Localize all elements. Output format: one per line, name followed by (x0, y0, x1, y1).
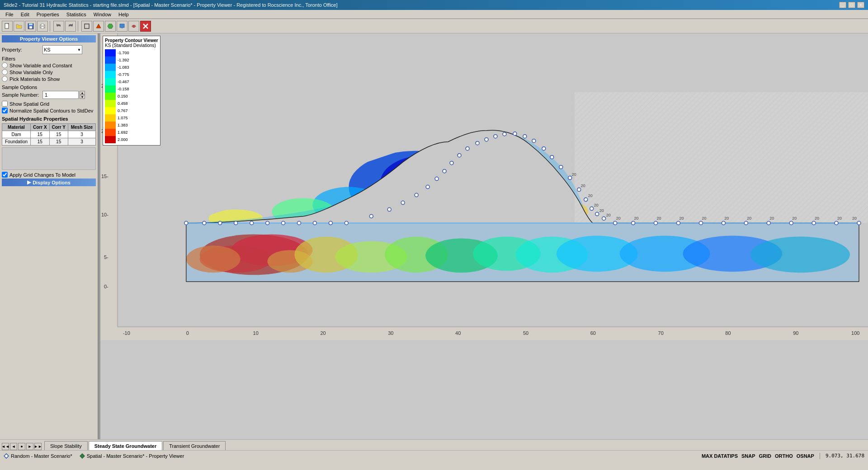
titlebar: Slide2 - Tutorial 31 Hydraulic Statistic… (0, 0, 868, 10)
svg-point-71 (266, 221, 269, 225)
svg-point-115 (676, 221, 680, 225)
sample-number-input[interactable] (42, 91, 79, 99)
toolbar-btn-5[interactable] (128, 21, 139, 32)
legend-value: 1.692 (118, 130, 136, 135)
toolbar-btn-6[interactable] (140, 21, 151, 32)
legend-value: 0.458 (118, 101, 136, 106)
svg-point-68 (218, 221, 222, 225)
menu-help[interactable]: Help (115, 12, 132, 17)
svg-point-113 (654, 221, 658, 225)
svg-text:20: 20 (679, 216, 684, 221)
tab-steady-state-groundwater[interactable]: Steady State Groundwater (89, 441, 163, 450)
svg-text:20: 20 (606, 213, 611, 217)
tab-transient-groundwater[interactable]: Transient Groundwater (163, 441, 226, 450)
svg-point-131 (857, 221, 861, 225)
menu-file[interactable]: File (2, 12, 17, 17)
svg-marker-134 (80, 454, 85, 458)
svg-text:20: 20 (599, 208, 604, 213)
radio-input-1[interactable] (2, 62, 8, 68)
svg-point-119 (722, 221, 725, 225)
menu-properties[interactable]: Properties (33, 12, 63, 17)
legend-value: 1.383 (118, 123, 136, 127)
display-options-label: Display Options (33, 180, 71, 185)
svg-point-127 (812, 221, 816, 225)
table-row: Dam15153 (2, 131, 96, 138)
tab-nav-first[interactable]: ◄◄ (2, 443, 9, 450)
tab-nav-last[interactable]: ►► (34, 443, 42, 450)
menu-window[interactable]: Window (90, 12, 115, 17)
print-button[interactable] (37, 21, 48, 32)
svg-text:20: 20 (588, 193, 593, 198)
left-panel: Property Viewer Options Property: KS ▼ F… (0, 33, 99, 439)
legend-row: 2.000 (105, 136, 158, 143)
toolbar-btn-2[interactable] (93, 21, 104, 32)
svg-text:60: 60 (590, 330, 596, 336)
separator1 (50, 21, 52, 32)
svg-text:40: 40 (455, 330, 461, 336)
display-options-title[interactable]: ▶ Display Options (2, 179, 96, 186)
spatial-scenario-icon (80, 453, 85, 459)
legend-row: -0.158 (105, 85, 158, 93)
property-row: Property: KS ▼ (2, 45, 96, 54)
sample-number-row: Sample Number: ▲ ▼ (2, 91, 96, 99)
save-button[interactable] (25, 21, 36, 32)
svg-text:0: 0 (186, 330, 189, 336)
legend-value: -1.700 (118, 51, 136, 55)
canvas-area[interactable]: -10 0 10 20 30 40 50 60 70 80 90 100 25-… (100, 33, 868, 439)
new-button[interactable] (2, 21, 13, 32)
undo-button[interactable] (53, 21, 64, 32)
legend-row: 0.458 (105, 100, 158, 107)
redo-button[interactable] (65, 21, 76, 32)
maximize-button[interactable]: □ (848, 2, 855, 8)
legend-row: 0.767 (105, 107, 158, 114)
svg-point-84 (450, 161, 453, 165)
svg-rect-3 (29, 26, 32, 28)
menu-edit[interactable]: Edit (17, 12, 33, 17)
toolbar-btn-3[interactable] (105, 21, 116, 32)
svg-text:5-: 5- (104, 254, 108, 260)
col-corrx: Corr X (31, 124, 50, 131)
svg-text:20: 20 (747, 216, 751, 221)
svg-text:20: 20 (702, 216, 706, 221)
svg-point-91 (513, 132, 517, 136)
normalize-row: Normalize Spatial Contours to StdDev (2, 108, 96, 113)
tab-nav-next[interactable]: ► (26, 443, 33, 450)
titlebar-buttons[interactable]: _ □ × (839, 2, 864, 8)
legend-row: -1.083 (105, 64, 158, 71)
svg-point-123 (767, 221, 770, 225)
tab-slope-stability[interactable]: Slope Stability (44, 441, 88, 450)
property-dropdown-arrow[interactable]: ▼ (77, 48, 81, 52)
legend-value: -0.467 (118, 80, 136, 84)
scenario-random[interactable]: Random - Master Scenario* (4, 453, 72, 459)
property-select[interactable]: KS ▼ (42, 45, 82, 54)
svg-marker-9 (108, 24, 113, 28)
open-button[interactable] (14, 21, 24, 32)
property-value: KS (44, 47, 51, 52)
normalize-checkbox[interactable] (2, 108, 8, 113)
spinner-up[interactable]: ▲ (80, 91, 85, 95)
menu-statistics[interactable]: Statistics (63, 12, 90, 17)
svg-point-96 (559, 165, 563, 169)
svg-point-83 (443, 169, 446, 173)
radio-input-2[interactable] (2, 69, 8, 75)
close-button[interactable]: × (857, 2, 864, 8)
toolbar-btn-4[interactable] (117, 21, 127, 32)
legend-color-swatch (105, 129, 116, 136)
svg-point-107 (602, 217, 606, 221)
tab-nav-dot[interactable]: ● (18, 443, 25, 450)
minimize-button[interactable]: _ (839, 2, 846, 8)
spinner-down[interactable]: ▼ (80, 95, 85, 99)
legend-row: 1.692 (105, 129, 158, 136)
apply-grid-checkbox[interactable] (2, 172, 8, 178)
svg-point-75 (329, 221, 332, 225)
tab-nav-prev[interactable]: ◄ (10, 443, 17, 450)
svg-text:20: 20 (616, 216, 621, 221)
legend-row: -0.467 (105, 78, 158, 85)
svg-text:50: 50 (523, 330, 528, 336)
toolbar-btn-1[interactable] (81, 21, 92, 32)
radio-input-3[interactable] (2, 76, 8, 82)
show-spatial-grid-checkbox[interactable] (2, 101, 8, 107)
scenario-spatial[interactable]: Spatial - Master Scenario* - Property Vi… (80, 453, 184, 459)
show-spatial-grid-row: Show Spatial Grid (2, 101, 96, 107)
svg-point-97 (568, 176, 572, 180)
